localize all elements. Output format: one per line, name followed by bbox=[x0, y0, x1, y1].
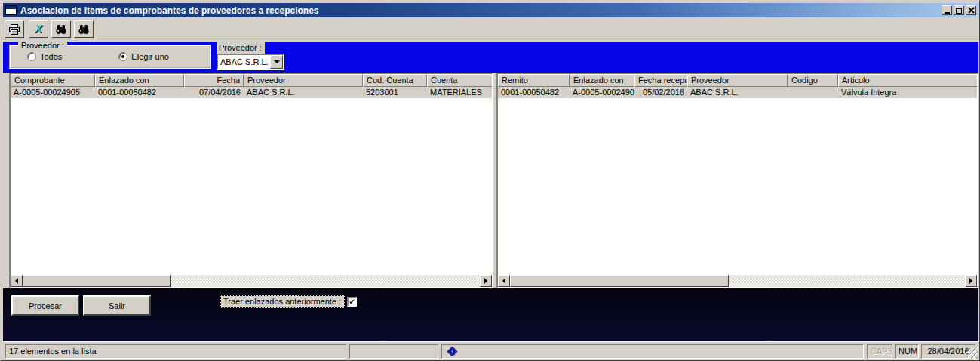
arrow-right-icon bbox=[969, 278, 972, 284]
close-icon bbox=[968, 7, 975, 14]
printer-icon bbox=[8, 23, 20, 35]
minimize-button[interactable] bbox=[942, 5, 952, 15]
chevron-down-icon bbox=[274, 60, 280, 63]
column-header[interactable]: Proveedor bbox=[687, 74, 788, 87]
salir-button[interactable]: Salir bbox=[83, 295, 151, 316]
window-title: Asociacion de items de comprobantes de p… bbox=[20, 5, 318, 16]
status-bar: 17 elementos en la lista CAPS NUM 28/04/… bbox=[3, 341, 978, 359]
arrow-right-icon bbox=[484, 278, 487, 284]
window-icon bbox=[5, 5, 17, 15]
traer-enlazados-label: Traer enlazados anteriormente : bbox=[220, 295, 345, 308]
status-num-indicator: NUM bbox=[895, 344, 919, 359]
excel-icon: X X bbox=[32, 23, 45, 35]
traer-enlazados-checkbox[interactable]: ✔ bbox=[347, 297, 357, 307]
filter-band: Proveedor : Todos Elegir uno Proveedor :… bbox=[3, 42, 978, 73]
table-cell: MATERIALES bbox=[427, 87, 492, 98]
table-cell: ABAC S.R.L. bbox=[687, 87, 788, 98]
table-cell: 05/02/2016 bbox=[634, 87, 687, 98]
radio-elegir-uno-label: Elegir uno bbox=[131, 52, 169, 61]
column-header[interactable]: Enlazado con bbox=[95, 74, 184, 87]
comprobantes-listview[interactable]: ComprobanteEnlazado conFechaProveedorCod… bbox=[9, 73, 493, 288]
scroll-right-button[interactable] bbox=[480, 275, 492, 287]
maximize-icon bbox=[956, 8, 962, 14]
status-caps-indicator: CAPS bbox=[867, 344, 892, 359]
binoculars-icon bbox=[78, 23, 90, 35]
horizontal-scrollbar[interactable] bbox=[498, 275, 977, 287]
arrow-left-icon bbox=[15, 278, 18, 284]
table-cell: ABAC S.R.L. bbox=[244, 87, 363, 98]
maximize-button[interactable] bbox=[954, 5, 964, 15]
status-panel-app bbox=[441, 344, 864, 359]
diamond-logo-icon bbox=[447, 346, 458, 357]
lists-area: ComprobanteEnlazado conFechaProveedorCod… bbox=[3, 73, 978, 288]
scrollbar-thumb[interactable] bbox=[23, 275, 171, 287]
action-band: Procesar Salir Traer enlazados anteriorm… bbox=[3, 288, 978, 341]
radio-todos[interactable]: Todos bbox=[27, 52, 62, 61]
radio-elegir-uno[interactable]: Elegir uno bbox=[118, 52, 169, 61]
find-button[interactable] bbox=[51, 20, 71, 38]
column-header[interactable]: Cuenta bbox=[427, 74, 492, 87]
column-header[interactable]: Fecha bbox=[184, 74, 244, 87]
toolbar: X X bbox=[3, 17, 978, 42]
table-cell: 0001-00050482 bbox=[498, 87, 570, 98]
remitos-listview[interactable]: RemitoEnlazado conFecha recepc...Proveed… bbox=[496, 73, 978, 288]
proveedor-combobox[interactable]: ABAC S.R.L. bbox=[217, 54, 284, 70]
radio-todos-circle[interactable] bbox=[27, 52, 36, 61]
status-items-count: 17 elementos en la lista bbox=[5, 344, 346, 359]
column-header[interactable]: Proveedor bbox=[244, 74, 363, 87]
table-row[interactable]: 0001-00050482A-0005-0002490505/02/2016AB… bbox=[498, 87, 977, 98]
scroll-right-button[interactable] bbox=[965, 275, 977, 287]
table-cell: A-0005-00024905 bbox=[570, 87, 634, 98]
column-header[interactable]: Codigo bbox=[788, 74, 838, 87]
status-panel-empty bbox=[349, 344, 438, 359]
column-header[interactable]: Enlazado con bbox=[570, 74, 634, 87]
arrow-left-icon bbox=[502, 278, 505, 284]
combo-dropdown-button[interactable] bbox=[270, 55, 283, 69]
table-cell: 07/04/2016 bbox=[184, 87, 244, 98]
app-window: Asociacion de items de comprobantes de p… bbox=[0, 0, 980, 361]
svg-text:X: X bbox=[34, 23, 43, 35]
scrollbar-thumb[interactable] bbox=[510, 275, 729, 287]
procesar-button[interactable]: Procesar bbox=[11, 295, 79, 316]
radio-elegir-uno-circle[interactable] bbox=[118, 52, 127, 61]
minimize-icon bbox=[945, 12, 950, 14]
resize-grip[interactable] bbox=[967, 348, 978, 359]
column-header[interactable]: Cod. Cuenta bbox=[363, 74, 427, 87]
column-header[interactable]: Remito bbox=[498, 74, 570, 87]
proveedor-combo-value: ABAC S.R.L. bbox=[218, 57, 270, 66]
proveedor-group-label: Proveedor : bbox=[18, 41, 67, 50]
export-excel-button[interactable]: X X bbox=[29, 20, 48, 38]
binoculars-icon bbox=[55, 23, 67, 35]
scroll-left-button[interactable] bbox=[11, 275, 23, 287]
proveedor-combo-label: Proveedor : bbox=[217, 42, 265, 54]
horizontal-scrollbar[interactable] bbox=[11, 275, 492, 287]
table-cell: 5203001 bbox=[363, 87, 427, 98]
radio-todos-label: Todos bbox=[40, 52, 62, 61]
find-next-button[interactable] bbox=[74, 20, 94, 38]
column-header[interactable]: Comprobante bbox=[11, 74, 95, 87]
table-cell: 0001-00050482 bbox=[95, 87, 184, 98]
proveedor-groupbox: Proveedor : Todos Elegir uno bbox=[9, 45, 211, 69]
close-button[interactable] bbox=[966, 5, 976, 15]
table-cell: Válvula Integra bbox=[838, 87, 977, 98]
column-header[interactable]: Articulo bbox=[838, 74, 977, 87]
column-header[interactable]: Fecha recepc... bbox=[634, 74, 687, 87]
table-cell bbox=[788, 87, 838, 98]
print-button[interactable] bbox=[5, 20, 24, 38]
table-cell: A-0005-00024905 bbox=[11, 87, 95, 98]
scroll-left-button[interactable] bbox=[498, 275, 510, 287]
table-row[interactable]: A-0005-000249050001-0005048207/04/2016AB… bbox=[11, 87, 492, 98]
titlebar[interactable]: Asociacion de items de comprobantes de p… bbox=[3, 3, 978, 17]
traer-enlazados-checkbox-group[interactable]: Traer enlazados anteriormente : ✔ bbox=[220, 295, 357, 308]
